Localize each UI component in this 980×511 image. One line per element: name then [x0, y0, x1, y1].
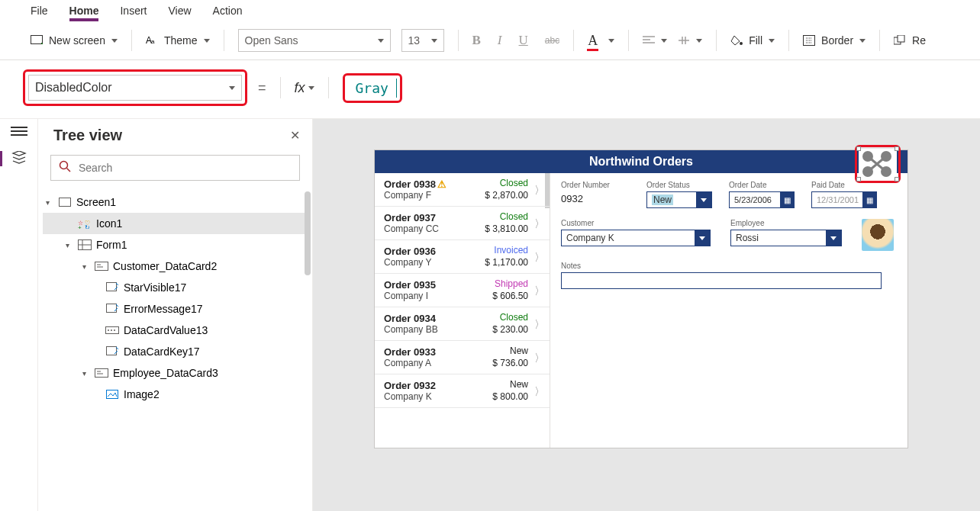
separator: [328, 77, 329, 98]
svg-rect-0: [31, 36, 43, 44]
menu-view[interactable]: View: [168, 5, 191, 21]
border-icon: [803, 34, 815, 47]
reorder-icon: [894, 34, 906, 47]
theme-button[interactable]: Aa Theme: [146, 34, 210, 47]
order-date-label: Order Date: [729, 181, 795, 189]
tree-item-screen1[interactable]: ▾Screen1: [43, 191, 306, 213]
tree-item-customer-card[interactable]: ▾Customer_DataCard2: [43, 256, 306, 277]
tree-item-datacardkey[interactable]: DataCardKey17: [43, 341, 306, 362]
font-color-button[interactable]: A: [588, 33, 614, 49]
list-item[interactable]: Order 0935Company IShipped$ 606.50〉: [375, 274, 550, 307]
canvas[interactable]: Northwind Orders Order 0938⚠Company FClo…: [313, 119, 980, 511]
font-family-dropdown[interactable]: Open Sans: [238, 29, 391, 52]
chevron-right-icon: 〉: [534, 352, 545, 365]
chevron-down-icon: [608, 39, 614, 43]
search-input[interactable]: [79, 162, 292, 174]
hamburger-icon[interactable]: [11, 127, 27, 140]
underline-button[interactable]: U: [519, 33, 528, 48]
order-detail: Order Number0932 Order StatusNew Order D…: [550, 173, 907, 448]
tree-item-starvisible[interactable]: StarVisible17: [43, 277, 306, 298]
order-number-value: 0932: [561, 191, 630, 204]
notes-input[interactable]: [561, 272, 882, 289]
svg-text:↻: ↻: [85, 224, 90, 229]
paid-date-input[interactable]: 12/31/2001▦: [811, 191, 877, 208]
menu-file[interactable]: File: [31, 5, 48, 21]
order-amount: $ 800.00: [492, 391, 528, 402]
border-button[interactable]: Border: [803, 34, 866, 47]
label-icon: [105, 346, 119, 357]
left-rail: [0, 119, 38, 511]
tree-item-errormessage[interactable]: ErrorMessage17: [43, 298, 306, 320]
icon-group-icon: ☆♡+↻: [78, 218, 92, 229]
order-id: Order 0932: [384, 380, 528, 391]
list-item[interactable]: Order 0936Company YInvoiced$ 1,170.00〉: [375, 240, 550, 274]
order-date-input[interactable]: 5/23/2006▦: [729, 191, 795, 208]
datacard-icon: [95, 368, 108, 378]
tree-item-image2[interactable]: Image2: [43, 384, 306, 405]
chevron-down-icon: [661, 39, 667, 43]
order-status-combo[interactable]: New: [646, 191, 712, 208]
chevron-down-icon: [308, 86, 314, 90]
reorder-label: Re: [912, 34, 926, 47]
menu-action[interactable]: Action: [213, 5, 243, 21]
canvas-selected-icon[interactable]: [859, 149, 897, 179]
chevron-down-icon: [859, 39, 866, 43]
strikethrough-button[interactable]: abc: [545, 35, 559, 46]
formula-input[interactable]: Gray: [348, 79, 397, 98]
order-status: Closed: [500, 178, 528, 188]
menu-insert[interactable]: Insert: [120, 5, 147, 21]
tree-search[interactable]: [50, 155, 300, 181]
valign-button[interactable]: [678, 34, 702, 47]
tree-panel: Tree view ✕ ▾Screen1 ☆♡+↻Icon1 ▾Form1 ▾C…: [38, 119, 313, 511]
customer-combo[interactable]: Company K: [561, 230, 711, 246]
theme-label: Theme: [164, 34, 198, 47]
chevron-down-icon: [378, 39, 384, 43]
main-area: Tree view ✕ ▾Screen1 ☆♡+↻Icon1 ▾Form1 ▾C…: [0, 118, 980, 511]
tree-item-form1[interactable]: ▾Form1: [43, 234, 306, 256]
label-icon: [105, 282, 119, 293]
canvas-selection-highlight: [855, 145, 901, 183]
notes-label: Notes: [561, 262, 882, 270]
search-icon: [59, 160, 71, 175]
italic-button[interactable]: I: [498, 33, 502, 48]
list-item[interactable]: Order 0933Company ANew$ 736.00〉: [375, 341, 550, 374]
svg-rect-8: [60, 198, 71, 207]
list-item[interactable]: Order 0937Company CCClosed$ 3,810.00〉: [375, 207, 550, 240]
order-status: Closed: [500, 312, 528, 323]
tree-item-datacardvalue[interactable]: DataCardValue13: [43, 320, 306, 341]
customer-label: Customer: [561, 219, 714, 227]
order-id: Order 0933: [384, 346, 528, 358]
svg-point-18: [108, 329, 109, 331]
order-status-label: Order Status: [646, 181, 712, 189]
rail-active-indicator: [0, 151, 2, 166]
order-amount: $ 3,810.00: [485, 223, 528, 234]
chevron-down-icon: [696, 192, 711, 207]
tree-view-rail-icon[interactable]: [11, 151, 27, 168]
separator: [716, 30, 717, 51]
value-icon: [105, 325, 119, 336]
reorder-button[interactable]: Re: [894, 34, 926, 47]
align-button[interactable]: [643, 34, 667, 47]
property-dropdown[interactable]: DisabledColor: [28, 75, 242, 101]
bold-button[interactable]: B: [472, 33, 481, 48]
list-item[interactable]: Order 0934Company BBClosed$ 230.00〉: [375, 307, 550, 341]
order-status: New: [510, 345, 528, 356]
list-item[interactable]: Order 0938⚠Company FClosed$ 2,870.00〉: [375, 173, 550, 207]
fill-button[interactable]: Fill: [730, 34, 775, 47]
employee-combo[interactable]: Rossi: [730, 230, 842, 246]
svg-text:+: +: [78, 224, 82, 229]
fx-button[interactable]: fx: [295, 80, 314, 96]
tree-item-employee-card[interactable]: ▾Employee_DataCard3: [43, 362, 306, 384]
chevron-right-icon: 〉: [534, 385, 545, 399]
scrollbar-thumb[interactable]: [305, 191, 311, 275]
close-icon[interactable]: ✕: [290, 128, 300, 143]
chevron-down-icon: [111, 39, 118, 43]
chevron-down-icon: [431, 39, 437, 43]
font-size-dropdown[interactable]: 13: [401, 29, 444, 52]
tree-item-icon1[interactable]: ☆♡+↻Icon1: [43, 213, 306, 234]
list-item[interactable]: Order 0932Company KNew$ 800.00〉: [375, 374, 550, 408]
order-amount: $ 1,170.00: [485, 257, 528, 268]
chevron-down-icon: [769, 39, 775, 43]
menu-home[interactable]: Home: [69, 5, 99, 21]
new-screen-button[interactable]: New screen: [31, 34, 118, 47]
